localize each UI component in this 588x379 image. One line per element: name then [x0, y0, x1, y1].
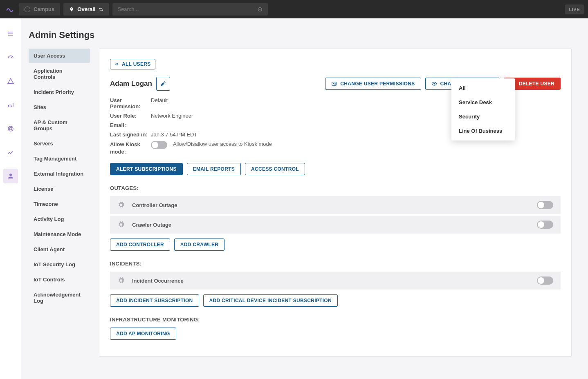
signedin-label: Last signed in: [110, 132, 151, 138]
subscription-toggle[interactable] [537, 201, 553, 209]
subscription-toggle[interactable] [537, 276, 553, 285]
role-option-line-of-business[interactable]: Line Of Business [451, 124, 515, 138]
subscription-toggle[interactable] [537, 221, 553, 229]
sidemenu-item-tag-management[interactable]: Tag Management [29, 152, 90, 166]
id-card-icon [331, 81, 337, 87]
all-users-button[interactable]: ALL USERS [110, 59, 155, 69]
svg-point-6 [433, 83, 435, 85]
tab-alert-subscriptions[interactable]: ALERT SUBSCRIPTIONS [110, 163, 183, 175]
sidemenu-item-iot-controls[interactable]: IoT Controls [29, 272, 90, 287]
search-box[interactable] [112, 3, 268, 16]
gear-icon[interactable] [117, 221, 125, 228]
subscription-label: Incident Occurrence [132, 278, 184, 284]
sidemenu-item-user-access[interactable]: User Access [29, 49, 90, 63]
subscription-label: Crawler Outage [132, 222, 171, 228]
campus-label: Campus [34, 6, 54, 12]
pin-icon [69, 7, 74, 12]
sidemenu-item-external-integration[interactable]: External Integration [29, 167, 90, 181]
rail-admin[interactable] [3, 169, 18, 183]
role-dropdown: AllService DeskSecurityLine Of Business [451, 78, 515, 140]
sidemenu-item-maintenance-mode[interactable]: Maintenance Mode [29, 227, 90, 241]
outages-heading: OUTAGES: [110, 185, 561, 191]
rail-menu[interactable] [3, 27, 18, 41]
rail-dashboard[interactable] [3, 50, 18, 65]
sidemenu-item-activity-log[interactable]: Activity Log [29, 212, 90, 226]
all-users-label: ALL USERS [122, 61, 151, 67]
user-panel: ALL USERS Adam Logan CHANGE USER PERMISS… [99, 49, 572, 357]
sidemenu-item-client-agent[interactable]: Client Agent [29, 242, 90, 256]
change-permissions-button[interactable]: CHANGE USER PERMISSIONS [325, 78, 421, 90]
sidemenu-item-iot-security-log[interactable]: IoT Security Log [29, 257, 90, 272]
nav-rail [0, 18, 21, 379]
search-input[interactable] [117, 6, 257, 12]
add-ap-monitoring-button[interactable]: ADD AP MONITORING [110, 328, 176, 340]
gear-icon[interactable] [117, 277, 125, 284]
swap-icon [99, 7, 103, 12]
svg-point-5 [333, 83, 334, 84]
tab-email-reports[interactable]: EMAIL REPORTS [187, 163, 241, 175]
sidemenu-item-sites[interactable]: Sites [29, 100, 90, 114]
rail-trend[interactable] [3, 145, 18, 160]
subscription-row: Crawler Outage [110, 216, 561, 234]
brand-logo [4, 4, 16, 15]
kiosk-toggle[interactable] [151, 141, 167, 149]
sidemenu-item-application-controls[interactable]: Application Controls [29, 64, 90, 84]
svg-point-1 [259, 9, 260, 10]
page-title: Admin Settings [29, 30, 572, 40]
sidemenu-item-servers[interactable]: Servers [29, 136, 90, 151]
role-value: Network Engineer [151, 113, 193, 119]
email-label: Email: [110, 122, 151, 128]
eye-icon [431, 81, 437, 87]
subscription-label: Controller Outage [132, 202, 177, 208]
add-critical-button[interactable]: ADD CRITICAL DEVICE INCIDENT SUBSCRIPTIO… [203, 294, 338, 307]
overall-chip[interactable]: Overall [63, 3, 109, 16]
svg-rect-4 [332, 82, 337, 85]
user-name: Adam Logan [110, 80, 152, 88]
globe-icon [25, 7, 30, 12]
campus-chip[interactable]: Campus [19, 3, 60, 16]
add-incident-button[interactable]: ADD INCIDENT SUBSCRIPTION [110, 294, 199, 307]
svg-point-2 [8, 126, 13, 131]
change-permissions-label: CHANGE USER PERMISSIONS [340, 81, 415, 87]
overall-label: Overall [77, 6, 95, 12]
rail-radar[interactable] [3, 121, 18, 136]
edit-user-button[interactable] [156, 77, 170, 91]
signedin-value: Jan 3 7:54 PM EDT [151, 132, 197, 138]
infra-heading: INFRASTRUCTURE MONITORING: [110, 317, 561, 323]
sidemenu-item-ap-custom-groups[interactable]: AP & Custom Groups [29, 115, 90, 136]
settings-sidemenu: User AccessApplication ControlsIncident … [29, 49, 90, 309]
add-crawler-button[interactable]: ADD CRAWLER [174, 239, 224, 251]
permission-label: User Permission: [110, 97, 151, 109]
subscription-row: Incident Occurrence [110, 272, 561, 290]
delete-user-label: DELETE USER [519, 81, 554, 87]
incidents-heading: INCIDENTS: [110, 261, 561, 267]
permission-value: Default [151, 97, 168, 109]
pencil-icon [160, 80, 166, 87]
kiosk-label: Allow Kiosk mode: [110, 141, 145, 156]
kiosk-desc: Allow/Disallow user access to Kiosk mode [173, 141, 272, 147]
rail-analytics[interactable] [3, 98, 18, 112]
svg-point-3 [9, 127, 12, 130]
subscription-row: Controller Outage [110, 196, 561, 214]
sidemenu-item-timezone[interactable]: Timezone [29, 197, 90, 211]
sidemenu-item-incident-priority[interactable]: Incident Priority [29, 85, 90, 99]
role-option-service-desk[interactable]: Service Desk [451, 95, 515, 109]
chevrons-left-icon [114, 62, 119, 66]
topbar: Campus Overall LIVE [0, 0, 588, 18]
role-option-all[interactable]: All [451, 81, 515, 95]
rail-alerts[interactable] [3, 74, 18, 89]
role-option-security[interactable]: Security [451, 109, 515, 124]
gear-icon[interactable] [117, 201, 125, 209]
live-badge[interactable]: LIVE [565, 4, 584, 14]
role-label: User Role: [110, 113, 151, 119]
search-target-icon[interactable] [257, 6, 263, 13]
tab-access-control[interactable]: ACCESS CONTROL [245, 163, 305, 175]
sidemenu-item-license[interactable]: License [29, 182, 90, 196]
sidemenu-item-acknowledgement-log[interactable]: Acknowledgement Log [29, 288, 90, 308]
add-controller-button[interactable]: ADD CONTROLLER [110, 239, 170, 251]
